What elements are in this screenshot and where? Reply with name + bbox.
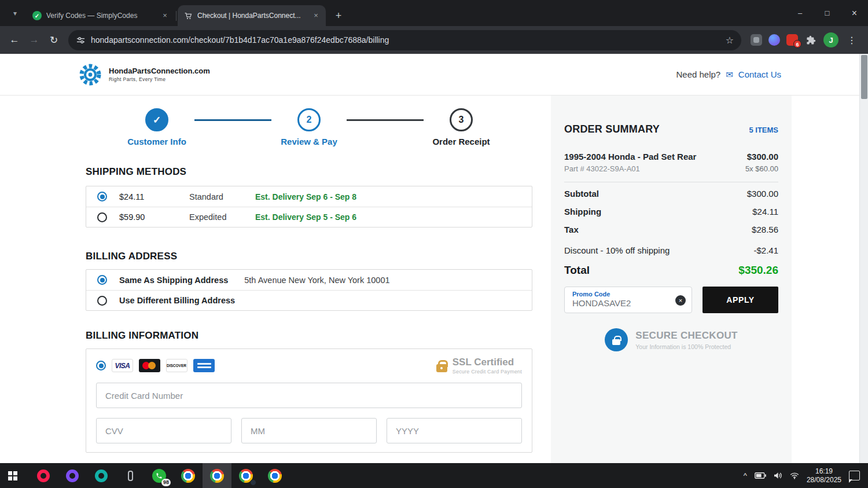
shipping-name: Expedited xyxy=(189,212,255,222)
battery-icon[interactable] xyxy=(755,472,766,479)
total-label: Total xyxy=(564,264,590,277)
taskbar-app-chrome-3[interactable] xyxy=(231,463,260,488)
step-connector xyxy=(194,119,271,121)
tab-title: Checkout | HondaPartsConnect... xyxy=(197,12,311,20)
close-window-button[interactable]: × xyxy=(841,0,868,26)
billing-option-label: Same As Shipping Address xyxy=(119,276,228,285)
expiry-year-input[interactable] xyxy=(387,418,522,443)
clock-date: 28/08/2025 xyxy=(807,476,841,485)
taskbar-app-chrome-1[interactable] xyxy=(174,463,203,488)
extension-area: 6 J ⋮ xyxy=(751,32,859,47)
tab-checkout[interactable]: Checkout | HondaPartsConnect... × xyxy=(178,5,326,26)
step-order-receipt[interactable]: 3 Order Receipt xyxy=(424,108,499,146)
radio-selected-icon[interactable] xyxy=(96,361,106,370)
ssl-subtitle: Secure Credit Card Payment xyxy=(453,369,522,375)
browser-menu-icon[interactable]: ⋮ xyxy=(845,35,859,46)
extension-badge-icon[interactable]: 6 xyxy=(786,34,798,46)
promo-code-box[interactable]: Promo Code × xyxy=(564,287,692,313)
taskbar-app-purple[interactable] xyxy=(58,463,87,488)
radio-icon[interactable] xyxy=(97,296,107,306)
chrome-icon xyxy=(181,469,195,483)
shipping-option-expedited[interactable]: $59.90 Expedited Est. Delivery Sep 5 - S… xyxy=(86,207,532,227)
billing-option-different[interactable]: Use Different Billing Address xyxy=(86,290,532,310)
radio-icon[interactable] xyxy=(97,212,107,222)
check-icon: ✓ xyxy=(35,13,39,19)
mastercard-icon xyxy=(139,359,160,372)
step-label: Review & Pay xyxy=(281,137,337,146)
bookmark-icon[interactable]: ☆ xyxy=(722,32,738,48)
item-qty-price: 5x $60.00 xyxy=(745,164,778,173)
app-icon xyxy=(66,469,79,482)
browser-titlebar: ▾ ✓ Verify Codes — SimplyCodes × Checkou… xyxy=(0,0,868,26)
billing-address-options: Same As Shipping Address 5th Avenue New … xyxy=(86,269,532,311)
payment-box: VISA DISCOVER SSL Certified Secure Credi… xyxy=(86,348,532,453)
expiry-month-input[interactable] xyxy=(241,418,377,443)
credit-card-number-input[interactable] xyxy=(96,383,522,408)
promo-code-input[interactable] xyxy=(572,298,662,308)
volume-icon[interactable] xyxy=(774,472,782,479)
promo-code-label: Promo Code xyxy=(572,291,685,298)
tab-title: Verify Codes — SimplyCodes xyxy=(46,12,160,20)
shipping-delivery: Est. Delivery Sep 5 - Sep 6 xyxy=(255,212,356,222)
side-panel-icon[interactable] xyxy=(751,34,762,46)
summary-row-discount: Discount - 10% off shipping -$2.41 xyxy=(564,244,778,257)
apply-promo-button[interactable]: APPLY xyxy=(703,287,778,313)
network-icon[interactable] xyxy=(790,472,799,479)
back-button[interactable]: ← xyxy=(5,30,24,50)
step-review-pay[interactable]: 2 Review & Pay xyxy=(271,108,347,146)
billing-option-same[interactable]: Same As Shipping Address 5th Avenue New … xyxy=(86,270,532,290)
step-customer-info[interactable]: ✓ Customer Info xyxy=(119,108,194,146)
contact-us-link[interactable]: Contact Us xyxy=(738,69,781,79)
url-text[interactable]: hondapartsconnection.com/checkout/7b1b4d… xyxy=(91,35,722,45)
clear-promo-icon[interactable]: × xyxy=(675,295,686,306)
taskbar-clock[interactable]: 16:19 28/08/2025 xyxy=(807,467,841,485)
notification-center-icon[interactable] xyxy=(849,471,860,480)
row-value: -$2.41 xyxy=(753,244,778,257)
lock-icon xyxy=(436,364,447,372)
screen: ▾ ✓ Verify Codes — SimplyCodes × Checkou… xyxy=(0,0,868,488)
tray-expand-icon[interactable]: ^ xyxy=(744,471,747,480)
row-value: $300.00 xyxy=(747,188,778,200)
close-tab-icon[interactable]: × xyxy=(160,10,170,21)
page-scrollbar[interactable] xyxy=(859,54,868,463)
close-tab-icon[interactable]: × xyxy=(311,10,321,21)
taskbar-app-whatsapp[interactable]: 98 xyxy=(145,463,174,488)
tab-simplycodes[interactable]: ✓ Verify Codes — SimplyCodes × xyxy=(27,5,175,26)
reload-button[interactable]: ↻ xyxy=(44,30,64,50)
taskbar-app-chrome-2[interactable] xyxy=(203,463,231,488)
item-name: 1995-2004 Honda - Pad Set Rear xyxy=(564,152,696,162)
app-icon xyxy=(128,471,133,481)
site-header: HondaPartsConnection.com Right Parts, Ev… xyxy=(0,54,868,96)
scrollbar-thumb[interactable] xyxy=(861,55,867,99)
web-page: HondaPartsConnection.com Right Parts, Ev… xyxy=(0,54,868,463)
address-bar[interactable]: hondapartsconnection.com/checkout/7b1b4d… xyxy=(68,30,741,50)
extension-badge: 6 xyxy=(793,40,801,48)
maximize-button[interactable]: □ xyxy=(814,0,841,26)
taskbar-app-opera[interactable] xyxy=(29,463,58,488)
taskbar-app-pinned[interactable] xyxy=(116,463,145,488)
gear-logo-icon xyxy=(77,61,104,88)
radio-selected-icon[interactable] xyxy=(97,275,107,285)
windows-logo-icon xyxy=(8,471,12,475)
shipping-delivery: Est. Delivery Sep 6 - Sep 8 xyxy=(255,192,356,201)
taskbar-app-chrome-4[interactable] xyxy=(260,463,289,488)
forward-button[interactable]: → xyxy=(24,30,44,50)
site-settings-icon[interactable] xyxy=(76,36,85,45)
start-button[interactable] xyxy=(0,463,29,488)
minimize-button[interactable]: – xyxy=(786,0,814,26)
brand[interactable]: HondaPartsConnection.com Right Parts, Ev… xyxy=(77,61,210,88)
tab-search-button[interactable]: ▾ xyxy=(7,5,23,21)
extensions-puzzle-icon[interactable] xyxy=(804,34,817,46)
shipping-option-standard[interactable]: $24.11 Standard Est. Delivery Sep 6 - Se… xyxy=(86,186,532,207)
page-body: ✓ Customer Info 2 Review & Pay 3 Order R… xyxy=(0,96,868,463)
taskbar-app-teal[interactable] xyxy=(87,463,116,488)
extension-icon[interactable] xyxy=(768,34,780,46)
radio-selected-icon[interactable] xyxy=(97,192,107,201)
ssl-certified: SSL Certified Secure Credit Card Payment xyxy=(436,357,522,375)
opera-icon xyxy=(37,469,50,482)
profile-dot-badge xyxy=(250,479,256,486)
new-tab-button[interactable]: + xyxy=(330,8,347,24)
profile-avatar[interactable]: J xyxy=(823,32,838,47)
step-label: Order Receipt xyxy=(432,137,490,146)
cvv-input[interactable] xyxy=(96,418,231,443)
